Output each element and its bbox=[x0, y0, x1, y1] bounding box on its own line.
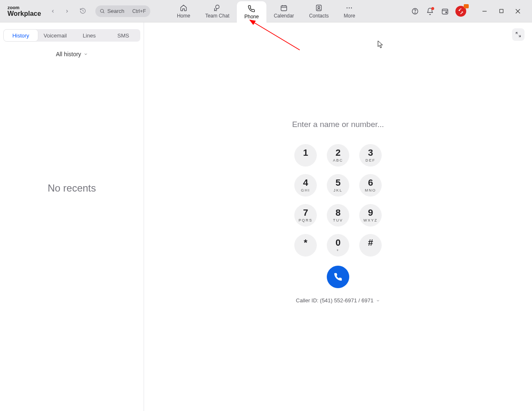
key-6-digit: 6 bbox=[368, 178, 373, 187]
svg-point-10 bbox=[351, 7, 352, 8]
key-4-digit: 4 bbox=[303, 178, 308, 187]
key-8[interactable]: 8TUV bbox=[327, 204, 349, 227]
tab-phone[interactable]: Phone bbox=[237, 1, 266, 22]
svg-rect-17 bbox=[500, 9, 503, 12]
tab-phone-label: Phone bbox=[244, 14, 259, 20]
search-shortcut: Ctrl+F bbox=[132, 8, 146, 14]
search-placeholder: Search bbox=[107, 8, 124, 14]
svg-point-0 bbox=[100, 9, 104, 12]
history-filter-dropdown[interactable]: All history bbox=[0, 51, 144, 57]
brand-line2: Workplace bbox=[7, 10, 41, 17]
home-icon bbox=[179, 4, 188, 12]
svg-line-1 bbox=[103, 12, 104, 13]
svg-rect-6 bbox=[316, 5, 321, 11]
tab-team-chat-label: Team Chat bbox=[205, 13, 229, 19]
brand-logo: zoom Workplace bbox=[0, 5, 41, 17]
phone-icon bbox=[247, 5, 256, 13]
tab-team-chat[interactable]: Team Chat bbox=[198, 0, 237, 22]
notification-dot bbox=[431, 7, 434, 10]
tab-contacts[interactable]: Contacts bbox=[301, 0, 336, 22]
chevron-down-icon bbox=[84, 52, 88, 56]
key-0-letters: + bbox=[336, 248, 339, 252]
key-3-digit: 3 bbox=[368, 148, 373, 157]
titlebar: zoom Workplace Search Ctrl+F Home T bbox=[0, 0, 532, 22]
phone-sidebar: History Voicemail Lines SMS All history … bbox=[0, 22, 144, 411]
titlebar-right bbox=[410, 5, 532, 17]
more-icon bbox=[345, 4, 353, 12]
nav-back-icon[interactable] bbox=[50, 8, 56, 15]
caller-id-dropdown[interactable]: Caller ID: (541) 552-6971 / 6971 bbox=[296, 297, 380, 304]
svg-point-12 bbox=[415, 12, 415, 13]
search-icon bbox=[99, 8, 105, 14]
key-2[interactable]: 2ABC bbox=[327, 144, 349, 167]
key-6-letters: MNO bbox=[365, 188, 376, 192]
main-nav-tabs: Home Team Chat Phone Calendar Contacts bbox=[169, 0, 363, 22]
key-7-letters: PQRS bbox=[298, 218, 313, 222]
tab-calendar[interactable]: Calendar bbox=[266, 0, 302, 22]
key-9[interactable]: 9WXYZ bbox=[359, 204, 382, 227]
key-4-letters: GHI bbox=[301, 188, 310, 192]
window-minimize-button[interactable] bbox=[476, 5, 493, 17]
chevron-down-icon bbox=[376, 299, 380, 303]
svg-rect-15 bbox=[445, 11, 447, 13]
body: History Voicemail Lines SMS All history … bbox=[0, 22, 532, 411]
expand-dialer-button[interactable] bbox=[512, 28, 525, 41]
brand-line1: zoom bbox=[7, 5, 41, 10]
tab-more[interactable]: More bbox=[336, 0, 363, 22]
key-3-letters: DEF bbox=[365, 158, 375, 162]
key-hash-digit: # bbox=[368, 238, 373, 247]
nav-forward-icon[interactable] bbox=[64, 8, 70, 15]
key-1[interactable]: 1 bbox=[294, 144, 317, 167]
key-star-digit: * bbox=[304, 238, 308, 247]
sub-tab-lines[interactable]: Lines bbox=[72, 29, 107, 42]
window-close-button[interactable] bbox=[510, 5, 526, 17]
svg-point-9 bbox=[349, 7, 350, 8]
profile-avatar[interactable] bbox=[455, 6, 466, 17]
tab-home-label: Home bbox=[177, 13, 190, 19]
key-6[interactable]: 6MNO bbox=[359, 174, 382, 197]
dial-input[interactable] bbox=[251, 120, 425, 129]
dial-keypad: 1 2ABC 3DEF 4GHI 5JKL 6MNO 7PQRS 8TUV 9W… bbox=[294, 144, 382, 257]
tab-home[interactable]: Home bbox=[169, 0, 198, 22]
tab-more-label: More bbox=[344, 13, 355, 19]
contacts-icon bbox=[315, 4, 323, 12]
window-maximize-button[interactable] bbox=[493, 5, 510, 17]
sub-tab-voicemail[interactable]: Voicemail bbox=[38, 29, 72, 42]
window-controls bbox=[476, 5, 526, 17]
sub-tab-sms[interactable]: SMS bbox=[106, 29, 140, 42]
sub-tab-voicemail-label: Voicemail bbox=[44, 32, 67, 39]
notifications-icon[interactable] bbox=[425, 7, 435, 16]
avatar-status-badge bbox=[464, 4, 469, 8]
search-box[interactable]: Search Ctrl+F bbox=[95, 5, 150, 17]
nav-history-icon[interactable] bbox=[80, 7, 87, 15]
key-5[interactable]: 5JKL bbox=[327, 174, 349, 197]
tab-calendar-label: Calendar bbox=[274, 13, 294, 19]
phone-sub-tabs: History Voicemail Lines SMS bbox=[3, 29, 140, 42]
svg-rect-2 bbox=[281, 6, 287, 11]
call-button[interactable] bbox=[327, 266, 349, 288]
key-8-letters: TUV bbox=[333, 218, 343, 222]
call-icon bbox=[333, 272, 343, 281]
key-0[interactable]: 0+ bbox=[327, 234, 349, 257]
history-filter-label: All history bbox=[56, 51, 81, 57]
key-7[interactable]: 7PQRS bbox=[294, 204, 317, 227]
key-hash[interactable]: # bbox=[359, 234, 382, 257]
nav-arrows-group bbox=[50, 7, 87, 15]
key-9-digit: 9 bbox=[368, 208, 373, 217]
help-icon[interactable] bbox=[410, 7, 420, 16]
key-8-digit: 8 bbox=[336, 208, 341, 217]
sub-tab-sms-label: SMS bbox=[117, 32, 129, 39]
sub-tab-history[interactable]: History bbox=[3, 29, 38, 42]
key-7-digit: 7 bbox=[303, 208, 308, 217]
caller-id-text: Caller ID: (541) 552-6971 / 6971 bbox=[296, 297, 373, 304]
key-4[interactable]: 4GHI bbox=[294, 174, 317, 197]
sub-tab-lines-label: Lines bbox=[83, 32, 96, 39]
today-icon[interactable] bbox=[440, 7, 450, 16]
sub-tab-history-label: History bbox=[12, 32, 29, 39]
no-recents-text: No recents bbox=[0, 182, 144, 194]
expand-icon bbox=[515, 31, 522, 38]
key-star[interactable]: * bbox=[294, 234, 317, 257]
key-3[interactable]: 3DEF bbox=[359, 144, 382, 167]
svg-rect-13 bbox=[442, 9, 448, 14]
key-5-digit: 5 bbox=[336, 178, 341, 187]
